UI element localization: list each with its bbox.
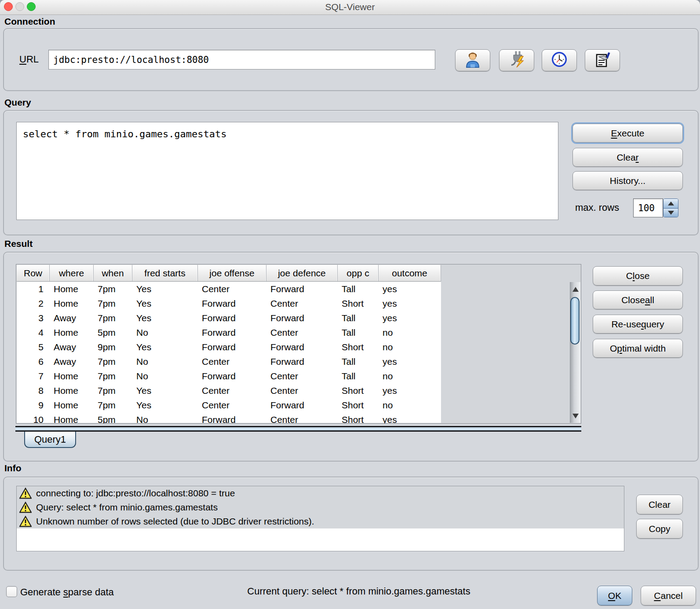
clear-query-button[interactable]: Clear <box>572 148 683 167</box>
table-cell: 7pm <box>94 369 132 383</box>
table-cell: 9pm <box>94 340 132 354</box>
execute-button[interactable]: Execute <box>572 124 683 143</box>
table-cell: Home <box>50 398 94 412</box>
table-row[interactable]: 7 Home 7pm No Forward Center Tall no <box>17 369 441 383</box>
table-cell: Short <box>338 383 379 398</box>
copy-info-button[interactable]: Copy <box>636 519 683 539</box>
table-cell: Forward <box>198 340 266 354</box>
max-rows-label: max. rows <box>575 202 619 213</box>
table-row[interactable]: 3 Away 7pm Yes Forward Forward Tall yes <box>17 311 441 325</box>
clock-icon <box>549 51 569 70</box>
max-rows-stepper[interactable] <box>663 198 678 217</box>
table-cell: 7 <box>17 369 50 383</box>
clear-info-button[interactable]: Clear <box>636 495 683 514</box>
cancel-button[interactable]: Cancel <box>641 586 696 605</box>
window-titlebar[interactable]: SQL-Viewer <box>0 0 700 15</box>
table-cell: Tall <box>338 311 379 325</box>
connect-button[interactable] <box>499 49 534 71</box>
table-cell: no <box>379 340 441 354</box>
table-cell: Yes <box>132 282 198 296</box>
tab-strip-divider <box>15 426 581 432</box>
table-row[interactable]: 5 Away 9pm Yes Forward Forward Short no <box>17 340 441 354</box>
table-cell: No <box>132 325 198 340</box>
table-cell: Center <box>198 383 266 398</box>
close-all-button[interactable]: Close all <box>593 290 683 309</box>
column-header[interactable]: outcome <box>379 265 441 281</box>
table-row[interactable]: 6 Away 7pm No Center Forward Tall yes <box>17 354 441 369</box>
table-cell: 4 <box>17 325 50 340</box>
history-button[interactable]: History... <box>572 171 683 190</box>
scroll-up-icon[interactable] <box>570 283 580 295</box>
table-row[interactable]: 9 Home 7pm Yes Center Forward Short no <box>17 398 441 412</box>
current-query-status: Current query: select * from minio.games… <box>174 586 543 597</box>
window-title: SQL-Viewer <box>0 2 700 12</box>
table-cell: Forward <box>198 296 266 311</box>
tab-query1[interactable]: Query1 <box>24 432 76 448</box>
table-cell: Tall <box>338 369 379 383</box>
column-header[interactable]: joe defence <box>266 265 338 281</box>
column-header[interactable]: joe offense <box>198 265 266 281</box>
table-cell: Center <box>266 383 338 398</box>
generate-sparse-data-checkbox[interactable] <box>6 586 17 597</box>
table-row[interactable]: 4 Home 5pm No Forward Center Tall no <box>17 325 441 340</box>
table-cell: Center <box>198 282 266 296</box>
log-item[interactable]: connecting to: jdbc:presto://localhost:8… <box>17 486 624 500</box>
table-cell: Center <box>266 296 338 311</box>
spinner-up-icon[interactable] <box>664 199 678 208</box>
spinner-down-icon[interactable] <box>664 208 678 218</box>
table-cell: 1 <box>17 282 50 296</box>
log-message: Unknown number of rows selected (due to … <box>36 516 314 527</box>
table-cell: 9 <box>17 398 50 412</box>
table-cell: Forward <box>266 398 338 412</box>
scrollbar-thumb[interactable] <box>570 297 580 345</box>
timeout-button[interactable] <box>542 49 577 71</box>
table-row[interactable]: 2 Home 7pm Yes Forward Center Short yes <box>17 296 441 311</box>
result-table-header: Rowwherewhenfred startsjoe offensejoe de… <box>17 265 441 282</box>
url-input[interactable]: jdbc:presto://localhost:8080 <box>48 50 435 70</box>
edit-form-icon <box>592 51 612 70</box>
table-cell: Center <box>198 398 266 412</box>
table-cell: yes <box>379 383 441 398</box>
table-cell: Forward <box>198 369 266 383</box>
log-item[interactable]: Unknown number of rows selected (due to … <box>17 514 624 528</box>
properties-button[interactable] <box>585 49 620 71</box>
sql-viewer-window: SQL-Viewer Connection URL jdbc:presto://… <box>0 0 700 609</box>
table-cell: Forward <box>266 354 338 369</box>
table-cell: no <box>379 325 441 340</box>
column-header[interactable]: where <box>50 265 94 281</box>
table-cell: Away <box>50 311 94 325</box>
table-cell: Home <box>50 383 94 398</box>
plug-lightning-icon <box>507 51 527 70</box>
table-cell: Home <box>50 325 94 340</box>
column-header[interactable]: when <box>94 265 132 281</box>
scroll-down-icon[interactable] <box>570 410 580 422</box>
table-row[interactable]: 10 Home 5pm No Forward Center Short yes <box>17 412 441 424</box>
table-cell: yes <box>379 296 441 311</box>
max-rows-input[interactable]: 100 <box>633 198 663 217</box>
table-cell: no <box>379 398 441 412</box>
column-header[interactable]: Row <box>17 265 50 281</box>
user-button[interactable] <box>455 49 490 71</box>
result-table-body: 1 Home 7pm Yes Center Forward Tall yes 2… <box>17 282 441 424</box>
user-icon <box>463 51 483 70</box>
table-cell: 5pm <box>94 325 132 340</box>
reuse-query-button[interactable]: Re-use query <box>593 315 683 334</box>
column-header[interactable]: fred starts <box>132 265 198 281</box>
table-cell: No <box>132 369 198 383</box>
table-row[interactable]: 8 Home 7pm Yes Center Center Short yes <box>17 383 441 398</box>
log-message: connecting to: jdbc:presto://localhost:8… <box>36 488 235 499</box>
table-cell: Away <box>50 354 94 369</box>
query-editor[interactable]: select * from minio.games.gamestats <box>16 122 558 220</box>
table-row[interactable]: 1 Home 7pm Yes Center Forward Tall yes <box>17 282 441 296</box>
vertical-scrollbar[interactable] <box>570 282 580 423</box>
table-cell: Home <box>50 412 94 424</box>
ok-button[interactable]: OK <box>597 586 632 605</box>
close-button[interactable]: Close <box>593 266 683 286</box>
query-section-label: Query <box>4 97 31 108</box>
column-header[interactable]: opp c <box>338 265 379 281</box>
generate-sparse-data-label[interactable]: Generate sparse data <box>20 587 114 598</box>
log-item[interactable]: Query: select * from minio.games.gamesta… <box>17 500 624 514</box>
optimal-width-button[interactable]: Optimal width <box>593 339 683 358</box>
table-cell: Tall <box>338 325 379 340</box>
url-label: URL <box>19 54 39 65</box>
